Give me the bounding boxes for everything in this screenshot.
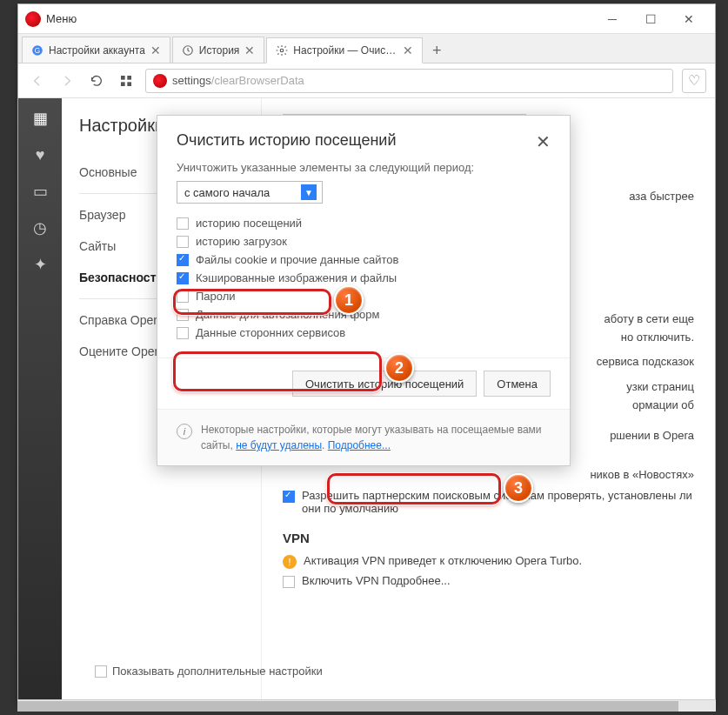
annotation-marker-3: 3 bbox=[504, 473, 533, 503]
checkbox-icon bbox=[283, 491, 295, 503]
maximize-button[interactable]: ☐ bbox=[631, 6, 670, 32]
vpn-warning-row: ! Активация VPN приведет к отключению Op… bbox=[283, 554, 694, 569]
tab-label: Настройки — Очистить и bbox=[293, 44, 397, 57]
close-window-button[interactable]: ✕ bbox=[670, 6, 708, 32]
note-text: Некоторые настройки, которые могут указы… bbox=[201, 422, 551, 453]
tab-google-account[interactable]: G Настройки аккаунта ✕ bbox=[22, 37, 170, 63]
history-icon[interactable]: ◷ bbox=[30, 218, 50, 237]
dialog-prompt: Уничтожить указанные элементы за следующ… bbox=[177, 161, 551, 174]
check-autofill[interactable]: Данные для автозаполнения форм bbox=[177, 305, 551, 324]
svg-rect-5 bbox=[127, 76, 131, 80]
note-link-more[interactable]: Подробнее... bbox=[328, 439, 391, 451]
svg-text:G: G bbox=[35, 46, 40, 54]
tab-label: Настройки аккаунта bbox=[49, 44, 145, 57]
period-value: с самого начала bbox=[184, 186, 270, 199]
forward-button[interactable] bbox=[57, 70, 77, 91]
opera-logo-icon bbox=[25, 11, 41, 27]
checkbox-icon bbox=[177, 217, 189, 230]
text-fragment: ников в «Новостях» bbox=[283, 466, 694, 484]
reload-button[interactable] bbox=[86, 70, 107, 91]
warning-icon: ! bbox=[283, 555, 297, 569]
partner-label: Разрешить партнерским поисковым системам… bbox=[302, 489, 694, 515]
vpn-warning-text: Активация VPN приведет к отключению Oper… bbox=[304, 554, 582, 567]
vpn-heading: VPN bbox=[283, 531, 694, 545]
dialog-title: Очистить историю посещений bbox=[177, 131, 396, 150]
dialog-close-button[interactable]: ✕ bbox=[536, 131, 551, 152]
svg-rect-4 bbox=[121, 76, 125, 80]
dialog-note: i Некоторые настройки, которые могут ука… bbox=[157, 409, 570, 465]
checkbox-icon bbox=[177, 291, 189, 303]
minimize-button[interactable]: ─ bbox=[593, 6, 631, 32]
menu-label[interactable]: Меню bbox=[46, 12, 77, 25]
extensions-icon[interactable]: ✦ bbox=[30, 255, 50, 274]
clock-favicon-icon bbox=[182, 44, 194, 57]
back-button[interactable] bbox=[27, 70, 48, 91]
checkbox-icon bbox=[177, 236, 189, 248]
bookmark-heart-button[interactable]: ♡ bbox=[682, 69, 706, 93]
check-cache[interactable]: Кэшированные изображения и файлы bbox=[177, 269, 551, 287]
news-icon[interactable]: ▭ bbox=[30, 182, 50, 201]
info-icon: i bbox=[177, 424, 192, 439]
checkbox-icon bbox=[177, 272, 189, 284]
gear-favicon-icon bbox=[276, 44, 288, 57]
tab-close-icon[interactable]: ✕ bbox=[244, 43, 255, 57]
svg-point-3 bbox=[281, 49, 284, 52]
dialog-footer: Очистить историю посещений Отмена bbox=[157, 358, 570, 409]
scrollbar-thumb[interactable] bbox=[17, 701, 678, 712]
vpn-enable-row[interactable]: Включить VPN Подробнее... bbox=[283, 574, 694, 588]
checkbox-icon bbox=[177, 254, 189, 266]
dialog-body: Уничтожить указанные элементы за следующ… bbox=[157, 161, 570, 358]
checkbox-icon bbox=[177, 309, 189, 321]
svg-rect-7 bbox=[127, 82, 131, 86]
tab-close-icon[interactable]: ✕ bbox=[403, 43, 413, 57]
dialog-header: Очистить историю посещений ✕ bbox=[157, 116, 570, 161]
titlebar: Меню ─ ☐ ✕ bbox=[18, 4, 715, 34]
checkbox-icon bbox=[283, 576, 295, 588]
note-link-not-deleted[interactable]: не будут удалены bbox=[236, 439, 322, 451]
check-passwords[interactable]: Пароли bbox=[177, 287, 551, 305]
dropdown-arrow-icon: ▼ bbox=[301, 184, 317, 200]
check-cookies[interactable]: Файлы cookie и прочие данные сайтов bbox=[177, 251, 551, 269]
speed-dial-icon[interactable]: ▦ bbox=[30, 109, 50, 128]
period-select[interactable]: с самого начала ▼ bbox=[177, 181, 323, 204]
svg-rect-6 bbox=[121, 82, 125, 86]
speed-dial-button[interactable] bbox=[116, 70, 137, 91]
tab-settings[interactable]: Настройки — Очистить и ✕ bbox=[266, 37, 423, 63]
checklist: историю посещений историю загрузок Файлы… bbox=[177, 214, 551, 342]
clear-data-dialog: Очистить историю посещений ✕ Уничтожить … bbox=[157, 115, 571, 466]
sidebar: ▦ ♥ ▭ ◷ ✦ bbox=[18, 98, 62, 704]
horizontal-scrollbar[interactable] bbox=[17, 699, 716, 712]
new-tab-button[interactable]: + bbox=[424, 38, 449, 63]
cancel-button[interactable]: Отмена bbox=[484, 371, 551, 397]
vpn-enable-label: Включить VPN Подробнее... bbox=[302, 574, 451, 587]
address-bar[interactable]: settings/clearBrowserData bbox=[145, 69, 673, 93]
tab-close-icon[interactable]: ✕ bbox=[150, 43, 161, 57]
check-browsing-history[interactable]: историю посещений bbox=[177, 214, 551, 232]
tab-bar: G Настройки аккаунта ✕ История ✕ Настрой… bbox=[18, 34, 715, 63]
annotation-marker-1: 1 bbox=[334, 285, 364, 315]
google-favicon-icon: G bbox=[31, 44, 43, 57]
url-text: settings/clearBrowserData bbox=[172, 74, 304, 87]
check-download-history[interactable]: историю загрузок bbox=[177, 232, 551, 251]
toolbar: settings/clearBrowserData ♡ bbox=[18, 63, 715, 98]
check-thirdparty[interactable]: Данные сторонних сервисов bbox=[177, 324, 551, 342]
opera-badge-icon bbox=[153, 74, 167, 88]
annotation-marker-2: 2 bbox=[384, 353, 414, 383]
clear-button[interactable]: Очистить историю посещений bbox=[292, 371, 477, 397]
bookmarks-icon[interactable]: ♥ bbox=[30, 145, 50, 164]
checkbox-icon bbox=[177, 327, 189, 339]
partner-search-row[interactable]: Разрешить партнерским поисковым системам… bbox=[283, 489, 694, 515]
tab-label: История bbox=[199, 44, 240, 57]
checkbox-icon bbox=[95, 665, 107, 678]
tab-history[interactable]: История ✕ bbox=[172, 37, 265, 63]
